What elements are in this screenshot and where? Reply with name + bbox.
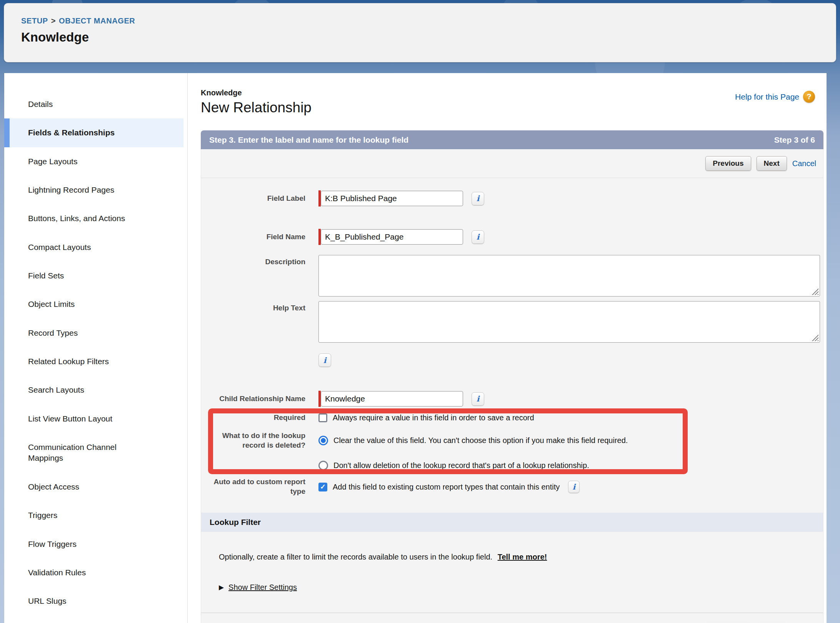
setup-header-card: SETUP>OBJECT MANAGER Knowledge xyxy=(4,3,836,62)
dont-allow-deletion-option-text: Don't allow deletion of the lookup recor… xyxy=(333,461,589,470)
breadcrumb-setup-link[interactable]: SETUP xyxy=(21,17,48,25)
help-text-label: Help Text xyxy=(201,301,318,313)
sidebar-item-search-layouts[interactable]: Search Layouts xyxy=(4,376,158,404)
child-relationship-name-row: Child Relationship Name i xyxy=(201,391,823,407)
help-for-this-page-link[interactable]: Help for this Page xyxy=(735,92,799,102)
lookup-deleted-label: What to do if the lookup record is delet… xyxy=(201,431,318,450)
step-indicator: Step 3 of 6 xyxy=(774,135,815,145)
field-label-label: Field Label xyxy=(201,194,318,203)
sidebar-item-lightning-record-pages[interactable]: Lightning Record Pages xyxy=(4,176,158,204)
lookup-field-form: Field Label i Field Name i xyxy=(201,178,823,613)
previous-button[interactable]: Previous xyxy=(705,156,751,171)
content-shell: Details Fields & Relationships Page Layo… xyxy=(4,73,827,623)
info-icon[interactable]: i xyxy=(472,392,484,406)
child-relationship-name-input[interactable] xyxy=(321,391,463,406)
info-icon[interactable]: i xyxy=(568,481,580,493)
sidebar-item-object-limits[interactable]: Object Limits xyxy=(4,290,158,318)
lookup-filter-body: Optionally, create a filter to limit the… xyxy=(201,532,823,613)
sidebar-item-fields-relationships[interactable]: Fields & Relationships xyxy=(4,118,183,147)
lookup-deleted-option2-row: Don't allow deletion of the lookup recor… xyxy=(201,461,823,470)
field-label-row: Field Label i xyxy=(201,190,823,207)
field-name-input[interactable] xyxy=(321,229,463,245)
sidebar-item-related-lookup-filters[interactable]: Related Lookup Filters xyxy=(4,347,158,376)
help-question-icon[interactable]: ? xyxy=(803,91,815,103)
auto-add-row: Auto add to custom report type ✓ Add thi… xyxy=(201,477,823,496)
lookup-deleted-option1-row: What to do if the lookup record is delet… xyxy=(201,431,823,450)
bottom-actions-row: Previous Next Cancel xyxy=(201,613,823,623)
auto-add-option-text: Add this field to existing custom report… xyxy=(333,482,560,492)
sidebar-item-page-layouts[interactable]: Page Layouts xyxy=(4,147,158,176)
next-button[interactable]: Next xyxy=(757,156,787,171)
step-header: Step 3. Enter the label and name for the… xyxy=(201,130,823,149)
lookup-filter-description: Optionally, create a filter to limit the… xyxy=(219,553,492,561)
show-filter-settings-label: Show Filter Settings xyxy=(228,583,297,592)
help-text-info-row: i xyxy=(201,353,823,367)
help-row: Help for this Page ? xyxy=(735,91,815,103)
object-manager-sidebar: Details Fields & Relationships Page Layo… xyxy=(4,73,188,623)
page-title: New Relationship xyxy=(201,100,823,116)
cancel-link[interactable]: Cancel xyxy=(792,159,816,168)
step-title: Step 3. Enter the label and name for the… xyxy=(209,135,408,145)
breadcrumb-separator: > xyxy=(51,17,56,25)
object-context-label: Knowledge xyxy=(201,88,823,97)
sidebar-item-details[interactable]: Details xyxy=(4,90,158,118)
field-label-input[interactable] xyxy=(321,191,463,206)
main-panel: Knowledge New Relationship Help for this… xyxy=(188,73,827,623)
tell-me-more-link[interactable]: Tell me more! xyxy=(498,553,547,561)
lookup-filter-title: Lookup Filter xyxy=(210,518,261,527)
info-icon[interactable]: i xyxy=(472,192,484,205)
sidebar-item-object-access[interactable]: Object Access xyxy=(4,473,158,501)
new-relationship-wizard: Step 3. Enter the label and name for the… xyxy=(201,130,823,623)
clear-value-radio[interactable] xyxy=(318,436,328,445)
sidebar-item-communication-channel-mappings[interactable]: Communication Channel Mappings xyxy=(4,433,158,473)
required-label: Required xyxy=(201,413,318,423)
breadcrumb-object-manager-link[interactable]: OBJECT MANAGER xyxy=(59,17,135,25)
required-option-text: Always require a value in this field in … xyxy=(333,413,534,423)
sidebar-item-field-sets[interactable]: Field Sets xyxy=(4,262,158,290)
sidebar-item-url-slugs[interactable]: URL Slugs xyxy=(4,587,158,615)
annotated-zone: Required Always require a value in this … xyxy=(201,413,823,470)
sidebar-item-flow-triggers[interactable]: Flow Triggers xyxy=(4,530,158,558)
child-relationship-name-label: Child Relationship Name xyxy=(201,394,318,404)
help-text-textarea[interactable] xyxy=(318,301,820,343)
info-icon[interactable]: i xyxy=(318,353,331,367)
show-filter-settings-toggle[interactable]: ▶ Show Filter Settings xyxy=(219,583,823,592)
field-name-row: Field Name i xyxy=(201,229,823,245)
sidebar-item-list-view-button-layout[interactable]: List View Button Layout xyxy=(4,405,158,433)
auto-add-label: Auto add to custom report type xyxy=(201,477,318,496)
object-title: Knowledge xyxy=(21,30,836,45)
info-icon[interactable]: i xyxy=(472,230,484,244)
sidebar-item-validation-rules[interactable]: Validation Rules xyxy=(4,558,158,587)
clear-value-option-text: Clear the value of this field. You can't… xyxy=(333,436,628,445)
expand-triangle-icon: ▶ xyxy=(219,583,224,591)
sidebar-item-triggers[interactable]: Triggers xyxy=(4,501,158,530)
required-row: Required Always require a value in this … xyxy=(201,413,823,423)
auto-add-checkbox[interactable]: ✓ xyxy=(318,483,327,491)
description-row: Description xyxy=(201,255,823,298)
top-actions-row: Previous Next Cancel xyxy=(201,149,823,178)
sidebar-item-buttons-links-actions[interactable]: Buttons, Links, and Actions xyxy=(4,204,158,233)
dont-allow-deletion-radio[interactable] xyxy=(318,461,328,470)
lookup-filter-header: Lookup Filter xyxy=(201,513,823,532)
sidebar-item-compact-layouts[interactable]: Compact Layouts xyxy=(4,233,158,262)
step-body: Previous Next Cancel Field Label i xyxy=(201,149,823,623)
required-checkbox[interactable] xyxy=(318,413,327,422)
sidebar-item-record-types[interactable]: Record Types xyxy=(4,319,158,347)
description-label: Description xyxy=(201,255,318,267)
breadcrumb: SETUP>OBJECT MANAGER xyxy=(21,17,836,25)
field-name-label: Field Name xyxy=(201,232,318,242)
description-textarea[interactable] xyxy=(318,255,820,297)
help-text-row: Help Text xyxy=(201,301,823,344)
